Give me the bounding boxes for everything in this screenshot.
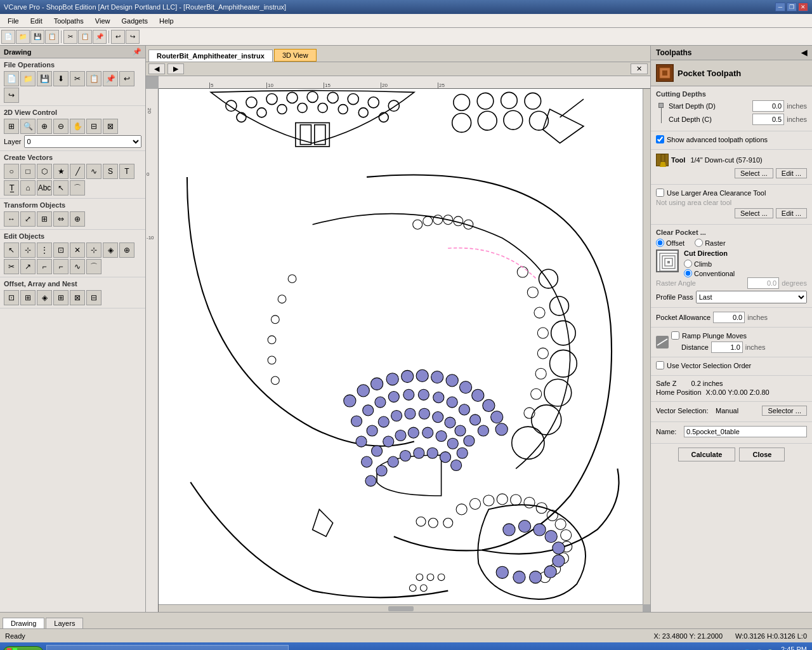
menu-view[interactable]: View <box>90 16 115 26</box>
selector-btn[interactable]: Selector ... <box>762 406 807 416</box>
raster-radio[interactable] <box>695 239 703 247</box>
tool-edit-btn[interactable]: Edit ... <box>776 168 807 178</box>
start-button[interactable]: Start <box>3 646 44 650</box>
array-icon2[interactable]: ⊞ <box>20 290 36 305</box>
scale-icon[interactable]: ⤢ <box>20 211 36 227</box>
close-panel-btn[interactable]: Close <box>739 448 785 461</box>
zoom-sel-icon[interactable]: 🔍 <box>20 119 36 134</box>
node-edit-icon[interactable]: ↖ <box>53 180 69 196</box>
show-advanced-checkbox[interactable] <box>656 135 664 143</box>
mirror-h-icon[interactable]: ⇔ <box>53 211 69 227</box>
open-file-icon[interactable]: 📁 <box>20 71 36 86</box>
copy-icon2[interactable]: 📋 <box>86 71 102 86</box>
offset-radio[interactable] <box>656 239 664 247</box>
view-3d-tab[interactable]: 3D View <box>274 49 317 62</box>
horizontal-scrollbar[interactable] <box>159 604 643 612</box>
drawing-canvas[interactable] <box>159 89 643 604</box>
cut-button[interactable]: ✂ <box>63 30 77 44</box>
fit-spline-icon[interactable]: ⌒ <box>86 259 102 274</box>
save-as-button[interactable]: 📋 <box>45 30 59 44</box>
cut-icon2[interactable]: ✂ <box>70 71 85 86</box>
new-file-icon[interactable]: 📄 <box>4 71 19 86</box>
star-icon[interactable]: ★ <box>53 164 69 179</box>
snap-icon[interactable]: ⊠ <box>103 119 118 134</box>
open-button[interactable]: 📁 <box>16 30 30 44</box>
align-icon[interactable]: ⊟ <box>86 290 102 305</box>
smooth-icon[interactable]: ∿ <box>70 259 85 274</box>
text-icon[interactable]: T <box>119 164 134 179</box>
cut-depth-input[interactable] <box>752 114 784 125</box>
canvas-prev-btn[interactable]: ◀ <box>148 63 165 74</box>
redo-button[interactable]: ↪ <box>126 30 140 44</box>
clearance-edit-btn[interactable]: Edit ... <box>776 208 807 218</box>
group-icon[interactable]: ⊞ <box>37 211 52 227</box>
menu-help[interactable]: Help <box>154 16 179 26</box>
text-warp-icon[interactable]: ⌂ <box>20 180 36 196</box>
save-button[interactable]: 💾 <box>30 30 44 44</box>
clearance-select-btn[interactable]: Select ... <box>735 208 773 218</box>
start-depth-input[interactable] <box>752 100 784 112</box>
calculate-btn[interactable]: Calculate <box>678 448 736 461</box>
canvas-close-btn[interactable]: ✕ <box>631 63 648 74</box>
taskbar-app-item[interactable]: VCarve Pro - ShopBot Edition [Art Design… <box>46 645 289 650</box>
offset-icon[interactable]: ⊡ <box>4 290 19 305</box>
undo-icon2[interactable]: ↩ <box>119 71 134 86</box>
tool-select-btn[interactable]: Select ... <box>735 168 773 178</box>
pattern-icon[interactable]: ⊠ <box>70 290 85 305</box>
close-button[interactable]: ✕ <box>798 3 808 11</box>
weld-icon[interactable]: ⊕ <box>119 242 134 258</box>
nest-icon[interactable]: ◈ <box>37 290 52 305</box>
grid-icon[interactable]: ⊟ <box>86 119 102 134</box>
select-icon[interactable]: ↖ <box>4 242 19 258</box>
line-icon[interactable]: ╱ <box>70 164 85 179</box>
bezier-icon[interactable]: ⌒ <box>70 180 85 196</box>
name-input[interactable] <box>684 426 807 437</box>
ramp-distance-input[interactable] <box>711 342 743 353</box>
toolpaths-collapse[interactable]: ◀ <box>801 48 807 57</box>
new-button[interactable]: 📄 <box>1 30 15 44</box>
fit-view-icon[interactable]: ⊞ <box>4 119 19 134</box>
rect-icon[interactable]: □ <box>20 164 36 179</box>
paste-button[interactable]: 📌 <box>93 30 107 44</box>
text-decor-icon[interactable]: Abc <box>37 180 52 196</box>
climb-radio[interactable] <box>684 260 692 268</box>
move-icon[interactable]: ↔ <box>4 211 19 227</box>
canvas-container[interactable]: 5 10 15 20 25 20 0 -10 <box>146 76 650 612</box>
undo-button[interactable]: ↩ <box>111 30 125 44</box>
corner-icon[interactable]: ⌐ <box>53 259 69 274</box>
menu-edit[interactable]: Edit <box>25 16 48 26</box>
drawing-tab[interactable]: RouterBit_Amphitheater_instrux <box>148 50 273 62</box>
delete-icon[interactable]: ✕ <box>70 242 85 258</box>
pan-icon[interactable]: ✋ <box>70 119 85 134</box>
vertical-scrollbar[interactable] <box>643 89 650 604</box>
pocket-allowance-input[interactable] <box>713 312 745 323</box>
circle-icon[interactable]: ○ <box>4 164 19 179</box>
extend-icon[interactable]: ↗ <box>20 259 36 274</box>
canvas-next-btn[interactable]: ▶ <box>167 63 184 74</box>
polygon-icon[interactable]: ⬡ <box>37 164 52 179</box>
text-path-icon[interactable]: T̲ <box>4 180 19 196</box>
node-sel-icon[interactable]: ⊹ <box>20 242 36 258</box>
zoom-in-icon[interactable]: ⊕ <box>37 119 52 134</box>
profile-pass-select[interactable]: Last First None <box>696 291 807 303</box>
prop-icon[interactable]: ⊹ <box>86 242 102 258</box>
conventional-radio[interactable] <box>684 269 692 277</box>
bottom-drawing-tab[interactable]: Drawing <box>3 618 44 628</box>
array-icon[interactable]: ⊕ <box>70 211 85 227</box>
menu-gadgets[interactable]: Gadgets <box>116 16 153 26</box>
curve-icon[interactable]: ∿ <box>86 164 102 179</box>
use-larger-checkbox[interactable] <box>656 189 664 197</box>
fillet-icon[interactable]: ⌐ <box>37 259 52 274</box>
spiral-icon[interactable]: S <box>103 164 118 179</box>
bottom-layers-tab[interactable]: Layers <box>46 618 83 628</box>
copy-button[interactable]: 📋 <box>78 30 92 44</box>
layer-select[interactable]: 0 <box>24 135 141 148</box>
redo-icon2[interactable]: ↪ <box>4 88 19 103</box>
restore-button[interactable]: ❐ <box>787 3 797 11</box>
smart-sel-icon[interactable]: ⋮ <box>37 242 52 258</box>
save-file-icon[interactable]: 💾 <box>37 71 52 86</box>
vector-sel-order-checkbox[interactable] <box>656 361 664 369</box>
trim-icon[interactable]: ✂ <box>4 259 19 274</box>
layout-icon[interactable]: ⊞ <box>53 290 69 305</box>
ungroup-icon[interactable]: ⊡ <box>53 242 69 258</box>
